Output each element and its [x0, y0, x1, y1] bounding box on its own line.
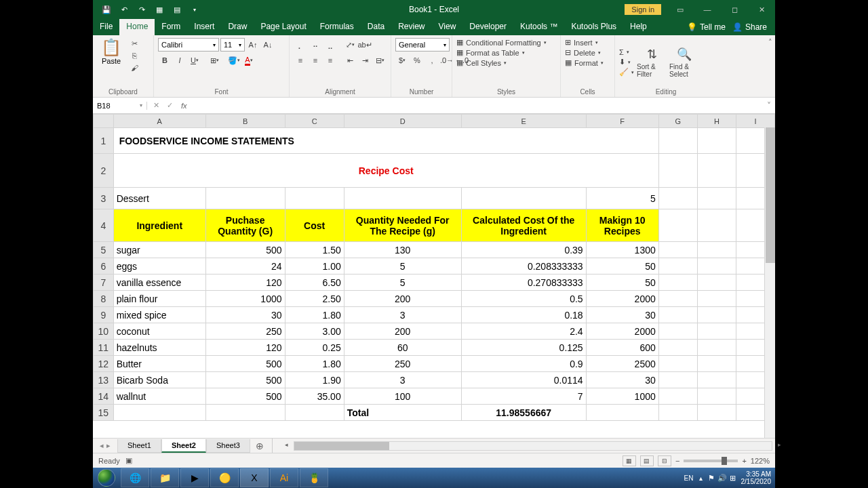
- cell[interactable]: vanilla essence: [113, 274, 205, 291]
- tab-data[interactable]: Data: [361, 19, 391, 35]
- taskbar-chrome-icon[interactable]: 🟡: [210, 468, 239, 487]
- cell[interactable]: 120: [205, 340, 285, 356]
- column-header[interactable]: B: [205, 115, 285, 128]
- expand-formula-bar-icon[interactable]: ˅: [763, 101, 775, 110]
- cancel-formula-icon[interactable]: ✕: [150, 100, 162, 112]
- row-header[interactable]: 2: [94, 154, 114, 188]
- format-painter-icon[interactable]: 🖌: [128, 62, 140, 73]
- orientation-icon[interactable]: ⤢▾: [343, 38, 357, 52]
- column-header[interactable]: I: [736, 115, 775, 128]
- row-header[interactable]: 5: [94, 242, 114, 258]
- cell[interactable]: 130: [344, 242, 461, 258]
- tray-flag-icon[interactable]: ⚑: [708, 474, 715, 483]
- cell[interactable]: 24: [205, 258, 285, 274]
- cell[interactable]: FOODSERVICE INCOME STATEMENTS: [113, 128, 658, 154]
- cell[interactable]: 1300: [586, 242, 658, 258]
- cell[interactable]: 250: [344, 356, 461, 372]
- cell[interactable]: 2000: [586, 323, 658, 340]
- align-bottom-icon[interactable]: ⣀: [323, 38, 337, 52]
- cell[interactable]: Puchase Quantity (G): [205, 209, 285, 242]
- cell[interactable]: 500: [205, 242, 285, 258]
- percent-icon[interactable]: %: [410, 54, 424, 67]
- sign-in-button[interactable]: Sign in: [625, 4, 661, 15]
- tab-developer[interactable]: Developer: [462, 19, 513, 35]
- column-header[interactable]: D: [344, 115, 461, 128]
- cell[interactable]: wallnut: [113, 388, 205, 405]
- select-all-corner[interactable]: [94, 115, 114, 128]
- cell[interactable]: plain flour: [113, 291, 205, 307]
- column-header[interactable]: E: [461, 115, 586, 128]
- taskbar-ie-icon[interactable]: 🌐: [121, 468, 149, 487]
- page-layout-view-icon[interactable]: ▤: [640, 455, 654, 466]
- cell[interactable]: Calculated Cost Of the Ingredient: [461, 209, 586, 242]
- cell[interactable]: Total: [344, 405, 461, 421]
- align-left-icon[interactable]: ≡: [294, 54, 307, 67]
- zoom-slider[interactable]: [684, 460, 738, 462]
- row-header[interactable]: 8: [94, 291, 114, 307]
- cell[interactable]: 1.80: [285, 307, 344, 323]
- cell[interactable]: 2000: [586, 291, 658, 307]
- cell[interactable]: 5: [344, 274, 461, 291]
- cell[interactable]: 2.50: [285, 291, 344, 307]
- share-button[interactable]: 👤 Share: [732, 22, 767, 32]
- ribbon-options-icon[interactable]: ▭: [667, 0, 694, 19]
- increase-indent-icon[interactable]: ⇥: [358, 54, 372, 67]
- macro-record-icon[interactable]: ▣: [125, 456, 132, 465]
- cell[interactable]: 1.50: [285, 242, 344, 258]
- row-header[interactable]: 14: [94, 388, 114, 405]
- taskbar-app-icon[interactable]: 🍍: [300, 468, 328, 487]
- insert-cells-button[interactable]: ⊞ Insert ▾: [565, 38, 604, 47]
- cell[interactable]: 500: [205, 356, 285, 372]
- copy-icon[interactable]: ⎘: [128, 50, 140, 61]
- tell-me-button[interactable]: 💡 Tell me: [687, 22, 726, 32]
- language-indicator[interactable]: EN: [684, 474, 694, 482]
- qat-icon[interactable]: ▦: [151, 2, 167, 17]
- cell[interactable]: 1000: [586, 388, 658, 405]
- cell[interactable]: 0.208333333: [461, 258, 586, 274]
- tab-draw[interactable]: Draw: [221, 19, 254, 35]
- row-header[interactable]: 13: [94, 372, 114, 388]
- redo-icon[interactable]: ↷: [134, 2, 150, 17]
- currency-icon[interactable]: $▾: [395, 54, 409, 67]
- row-header[interactable]: 6: [94, 258, 114, 274]
- row-header[interactable]: 4: [94, 209, 114, 242]
- border-button[interactable]: ⊞▾: [208, 54, 221, 67]
- worksheet-grid[interactable]: ABCDEFGHI1FOODSERVICE INCOME STATEMENTS2…: [93, 114, 775, 438]
- font-color-button[interactable]: A▾: [242, 54, 256, 67]
- column-header[interactable]: H: [697, 115, 736, 128]
- paste-button[interactable]: 📋 Paste: [97, 38, 125, 65]
- cell[interactable]: Bicarb Soda: [113, 372, 205, 388]
- zoom-in-button[interactable]: +: [742, 457, 746, 465]
- bold-button[interactable]: B: [158, 54, 172, 67]
- cell[interactable]: 0.39: [461, 242, 586, 258]
- zoom-out-button[interactable]: −: [675, 457, 679, 465]
- cell[interactable]: sugar: [113, 242, 205, 258]
- new-sheet-button[interactable]: ⊕: [250, 441, 269, 451]
- cell[interactable]: 1.80: [285, 356, 344, 372]
- tab-formulas[interactable]: Formulas: [313, 19, 361, 35]
- cell[interactable]: 200: [344, 291, 461, 307]
- cell[interactable]: Recipe Cost: [113, 154, 658, 188]
- show-hidden-icons[interactable]: ▴: [699, 474, 703, 482]
- taskbar-excel-icon[interactable]: X: [240, 468, 269, 487]
- column-header[interactable]: G: [658, 115, 697, 128]
- find-select-button[interactable]: 🔍Find & Select: [669, 47, 699, 78]
- fill-color-button[interactable]: 🪣▾: [227, 54, 241, 67]
- taskbar-illustrator-icon[interactable]: Ai: [270, 468, 298, 487]
- cell[interactable]: 2.4: [461, 323, 586, 340]
- tab-review[interactable]: Review: [391, 19, 431, 35]
- collapse-ribbon-icon[interactable]: ˄: [766, 35, 775, 97]
- sheet-tab-sheet2[interactable]: Sheet2: [161, 439, 206, 453]
- sheet-tab-sheet1[interactable]: Sheet1: [117, 439, 161, 453]
- cell[interactable]: 0.125: [461, 340, 586, 356]
- format-as-table-button[interactable]: ▦ Format as Table ▾: [456, 48, 547, 57]
- cell[interactable]: 500: [205, 372, 285, 388]
- cell[interactable]: 1000: [205, 291, 285, 307]
- row-header[interactable]: 10: [94, 323, 114, 340]
- format-cells-button[interactable]: ▦ Format ▾: [565, 58, 604, 67]
- tab-insert[interactable]: Insert: [187, 19, 221, 35]
- cell[interactable]: 3.00: [285, 323, 344, 340]
- cell[interactable]: Quantity Needed For The Recipe (g): [344, 209, 461, 242]
- cell[interactable]: 1.90: [285, 372, 344, 388]
- column-header[interactable]: F: [586, 115, 658, 128]
